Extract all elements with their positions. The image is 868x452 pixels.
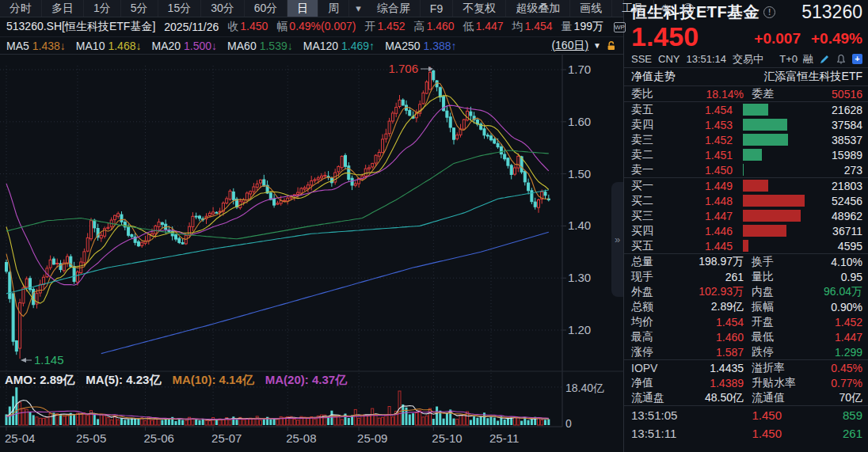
period-tab-day[interactable]: 日 [287, 0, 318, 17]
stat-label: 涨停 [631, 345, 677, 359]
bid-row-bid5[interactable]: 买五1.4454595 [631, 238, 862, 253]
more-periods-dropdown-icon[interactable]: ▾ [349, 2, 367, 14]
market-meta-row: SSE CNY 13:51:14 交易中 T+0 融 + [624, 51, 868, 67]
level-label: 卖一 [631, 163, 664, 177]
level-qty: 15989 [832, 149, 862, 161]
stat-row-junjia: 均价1.454开盘1.452 [624, 314, 868, 329]
stat-label: 最低 [744, 330, 796, 344]
ma-label: MA250 [385, 40, 420, 52]
price-row: 1.450 +0.007 +0.49% [624, 21, 868, 51]
wp-icon[interactable]: WP [614, 22, 626, 32]
level-qty: 21628 [832, 104, 862, 116]
stat-label: 跌停 [744, 345, 796, 359]
chevron-down-icon[interactable]: ▼ [593, 41, 601, 50]
bid-row-bid1[interactable]: 买一1.44921803 [631, 178, 862, 193]
ma-value: 1.438↓ [32, 40, 66, 52]
stat-label: 量比 [744, 270, 796, 284]
tick-row: 13:51:111.450261 [631, 424, 862, 443]
period-tab-1min[interactable]: 1分 [84, 0, 121, 17]
ask-levels: 卖五1.45421628卖四1.45337584卖三1.45238537卖二1.… [624, 102, 868, 177]
svg-text:1.70: 1.70 [568, 63, 591, 76]
level-price: 1.445 [664, 240, 733, 253]
stat-label: 流通盘 [631, 391, 677, 405]
bid-row-bid4[interactable]: 买四1.44636711 [631, 223, 862, 238]
tplus-badge: T+0 [779, 53, 798, 65]
stat-label: 净值 [631, 376, 677, 390]
ask-row-ask2[interactable]: 卖二1.45115989 [631, 147, 862, 162]
ma-label: MA60 [227, 40, 257, 52]
range-selector[interactable]: (160日) ▼ [551, 39, 617, 53]
stat-label: 均价 [631, 315, 677, 329]
period-tab-30min[interactable]: 30分 [201, 0, 245, 17]
period-tab-15min[interactable]: 15分 [158, 0, 202, 17]
chart-axis: 1.701.601.501.401.301.2018.40亿025-0425-0… [0, 55, 624, 445]
stat-row-iopv: IOPV1.4435溢折率0.45% [624, 360, 868, 375]
range-label[interactable]: (160日) [551, 39, 588, 53]
tool-toolbox[interactable]: 工具 [612, 0, 654, 17]
level-label: 卖五 [631, 103, 664, 117]
stat-label: 流通值 [744, 391, 796, 405]
bid-row-bid2[interactable]: 买二1.44852456 [631, 193, 862, 208]
ask-row-ask4[interactable]: 卖四1.45337584 [631, 117, 862, 132]
stat-row-zongliang: 总量198.97万换手4.10% [624, 254, 868, 269]
plus-icon[interactable]: + [852, 54, 862, 64]
level-qty: 21803 [832, 180, 862, 192]
period-tab-duoril[interactable]: 多日 [42, 0, 84, 17]
level-price: 1.450 [664, 164, 733, 177]
trading-status: 交易中 [733, 52, 763, 66]
depth-bar-track [743, 134, 806, 146]
tick-price: 1.450 [699, 408, 782, 422]
tick-price: 1.450 [699, 427, 782, 440]
tool-f9[interactable]: F9 [421, 0, 453, 17]
avg-field: 均1.454 [512, 20, 553, 34]
ask-row-ask1[interactable]: 卖一1.450273 [631, 162, 862, 177]
nav-tab-row[interactable]: 净值走势 汇添富恒生科技ETF [624, 68, 868, 85]
stat-label: 最高 [631, 330, 677, 344]
weicha-value: 50516 [796, 88, 862, 101]
ma-value: 1.388↑ [423, 40, 456, 52]
weibi-label: 委比 [631, 87, 677, 101]
chevron-right-icon[interactable]: › [700, 2, 716, 14]
stat-label: 内盘 [744, 285, 796, 299]
depth-bar [743, 240, 748, 252]
svg-text:1.145: 1.145 [34, 353, 64, 367]
tick-time: 13:51:05 [631, 408, 699, 422]
gear-icon[interactable]: ⚙ [654, 2, 676, 14]
help-icon[interactable]: ? [683, 3, 694, 14]
bid-row-bid3[interactable]: 买三1.44748962 [631, 208, 862, 223]
collapse-panel-handle[interactable]: » [611, 182, 623, 297]
pencil-icon[interactable] [819, 54, 830, 65]
svg-text:1.60: 1.60 [568, 115, 591, 128]
ask-row-ask3[interactable]: 卖三1.45238537 [631, 132, 862, 147]
level-price: 1.453 [664, 119, 733, 131]
ask-row-ask5[interactable]: 卖五1.45421628 [631, 102, 862, 117]
period-tab-week[interactable]: 周 [318, 0, 349, 17]
svg-text:25-11: 25-11 [489, 431, 519, 445]
tool-composite[interactable]: 综合屏 [367, 0, 421, 17]
stat-value: 4.10% [796, 256, 862, 268]
tab-nav-trend[interactable]: 净值走势 [631, 70, 676, 84]
period-tab-60min[interactable]: 60分 [245, 0, 288, 17]
quote-time: 13:51:14 [686, 53, 726, 65]
info-icon[interactable]: ! [763, 6, 775, 18]
tool-no-adjust[interactable]: 不复权 [453, 0, 506, 17]
period-tab-fenshi[interactable]: 分时 [0, 0, 42, 17]
svg-text:1.30: 1.30 [568, 271, 591, 284]
unlock-icon[interactable] [606, 40, 617, 51]
tool-super-overlay[interactable]: 超级叠加 [506, 0, 570, 17]
bell-icon[interactable] [836, 54, 847, 65]
level-price: 1.447 [664, 210, 733, 222]
stat-value: 96.04万 [796, 285, 862, 299]
tick-row: 13:51:051.450859 [631, 406, 862, 424]
svg-text:25-10: 25-10 [432, 431, 462, 445]
daily-kline-chart[interactable]: 1.701.601.501.401.301.2018.40亿025-0425-0… [0, 55, 624, 451]
period-tab-5min[interactable]: 5分 [121, 0, 158, 17]
tool-draw-line[interactable]: 画线 [570, 0, 612, 17]
ma-label: MA120 [303, 40, 338, 52]
stat-value: 70亿 [796, 391, 862, 405]
level-label: 卖三 [631, 133, 664, 147]
depth-bar-track [743, 180, 806, 192]
stat-value: 261 [677, 271, 744, 283]
stat-label: 换手 [744, 255, 796, 269]
tick-qty: 859 [782, 408, 862, 422]
